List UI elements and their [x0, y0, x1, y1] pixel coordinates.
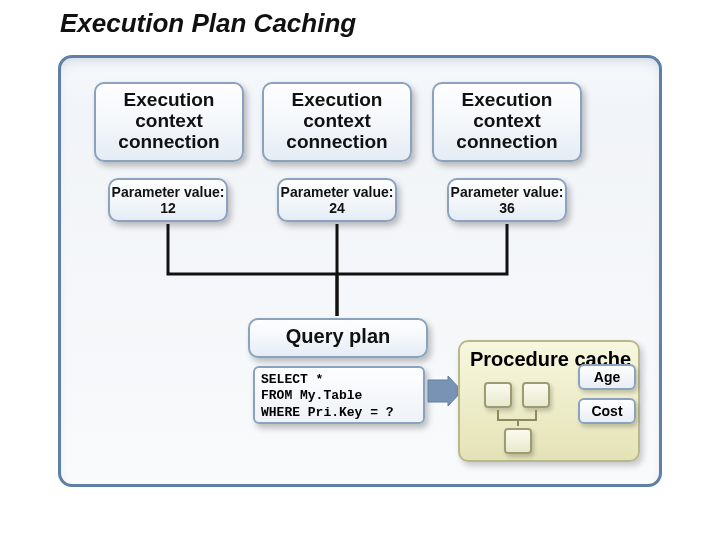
- arrow-to-cache: [428, 376, 462, 406]
- query-plan-box: Query plan: [248, 318, 428, 358]
- procedure-cache: Procedure cache Age Cost: [458, 340, 640, 462]
- badge-age: Age: [578, 364, 636, 390]
- svg-marker-0: [428, 376, 462, 406]
- query-plan-sql: SELECT * FROM My.Table WHERE Pri.Key = ?: [253, 366, 425, 424]
- badge-cost: Cost: [578, 398, 636, 424]
